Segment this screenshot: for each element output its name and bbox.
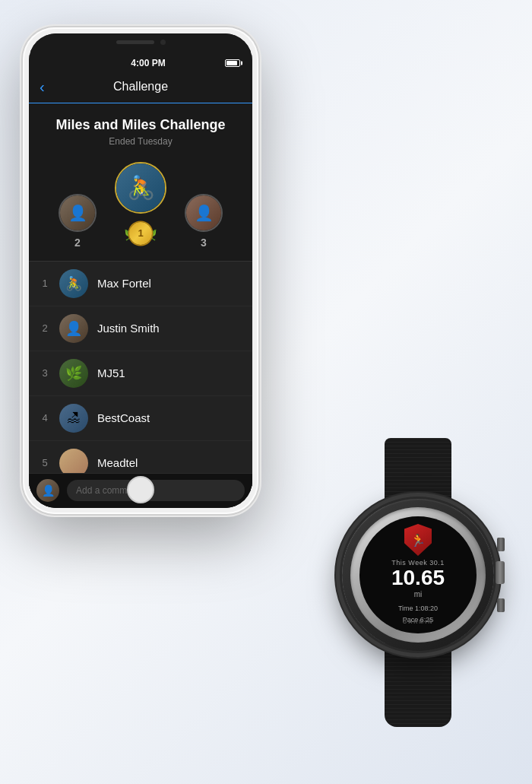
leader-name-3: MJ51 <box>97 367 242 379</box>
watch-crown[interactable] <box>496 561 505 584</box>
run-icon: 🏃 <box>410 533 426 548</box>
watch-band-bottom <box>385 643 451 727</box>
watch: 🏃 This Week 30.1 10.65 mi Time 1:08:20 P… <box>319 438 517 727</box>
watch-top-button[interactable] <box>497 538 505 551</box>
status-time: 4:00 PM <box>71 58 225 68</box>
app-content: Miles and Miles Challenge Ended Tuesday … <box>29 103 252 508</box>
watch-unit: mi <box>414 590 423 598</box>
watch-time-stat: Time 1:08:20 <box>398 603 438 614</box>
nav-title: Challenge <box>113 80 168 94</box>
podium-second: 👤 2 <box>59 194 97 249</box>
back-button[interactable]: ‹ <box>40 78 45 96</box>
scene: 4:00 PM ‹ Challenge Miles and Miles Chal… <box>8 12 524 773</box>
rank-third: 3 <box>201 236 207 249</box>
leader-rank-2: 2 <box>40 322 50 334</box>
challenge-header: Miles and Miles Challenge Ended Tuesday <box>29 103 252 154</box>
battery-icon <box>225 59 240 67</box>
leader-rank-4: 4 <box>40 412 50 424</box>
list-item: 3 🌿 MJ51 <box>29 351 252 396</box>
podium-first: 🚴 🌿 1 🌿 <box>115 162 166 249</box>
avatar-max: 🚴 <box>59 269 88 298</box>
leader-rank-5: 5 <box>40 457 50 468</box>
avatar-third: 👤 <box>185 194 223 232</box>
phone: 4:00 PM ‹ Challenge Miles and Miles Chal… <box>23 27 258 514</box>
status-icons <box>225 59 240 67</box>
watch-bezel: 🏃 This Week 30.1 10.65 mi Time 1:08:20 P… <box>350 507 486 643</box>
gold-laurel: 🌿 1 🌿 <box>125 218 156 249</box>
avatar-second: 👤 <box>59 194 97 232</box>
comment-input-field[interactable]: Add a comment... <box>67 480 245 501</box>
leader-name-5: Meadtel <box>97 456 242 469</box>
garmin-brand: GARMIN <box>403 619 433 624</box>
rank-second: 2 <box>74 236 81 249</box>
nav-bar: ‹ Challenge <box>29 71 252 103</box>
status-bar: 4:00 PM <box>29 55 252 71</box>
avatar-mj: 🌿 <box>59 359 88 388</box>
avatar-justin: 👤 <box>59 314 88 343</box>
phone-camera <box>160 40 166 45</box>
avatar-first: 🚴 <box>115 162 166 214</box>
challenge-subtitle: Ended Tuesday <box>41 136 240 147</box>
leader-name-4: BestCoast <box>97 411 242 424</box>
phone-speaker <box>116 40 154 44</box>
leaderboard: 1 🚴 Max Fortel 2 👤 Justin Smith 3 🌿 MJ51 <box>29 261 252 486</box>
home-button[interactable] <box>127 476 154 503</box>
watch-screen: 🏃 This Week 30.1 10.65 mi Time 1:08:20 P… <box>359 516 477 633</box>
watch-distance-value: 10.65 <box>391 567 445 589</box>
leader-name-2: Justin Smith <box>97 322 242 335</box>
podium-third: 👤 3 <box>185 194 223 249</box>
watch-case: 🏃 This Week 30.1 10.65 mi Time 1:08:20 P… <box>342 499 494 651</box>
rank-first: 1 <box>129 222 152 245</box>
phone-inner: 4:00 PM ‹ Challenge Miles and Miles Chal… <box>29 33 252 508</box>
list-item: 4 🏖 BestCoast <box>29 396 252 441</box>
challenge-title: Miles and Miles Challenge <box>41 117 240 133</box>
list-item: 2 👤 Justin Smith <box>29 306 252 351</box>
comment-user-avatar: 👤 <box>36 479 59 502</box>
leader-name-1: Max Fortel <box>97 277 242 290</box>
leader-rank-1: 1 <box>40 278 50 289</box>
watch-bottom-button[interactable] <box>497 598 505 612</box>
leader-rank-3: 3 <box>40 367 50 379</box>
podium-area: 👤 2 🚴 🌿 1 🌿 <box>29 154 252 261</box>
phone-top-bar <box>29 33 252 52</box>
list-item: 1 🚴 Max Fortel <box>29 262 252 306</box>
avatar-bestcoast: 🏖 <box>59 404 88 433</box>
watch-activity-shield: 🏃 <box>404 524 432 556</box>
